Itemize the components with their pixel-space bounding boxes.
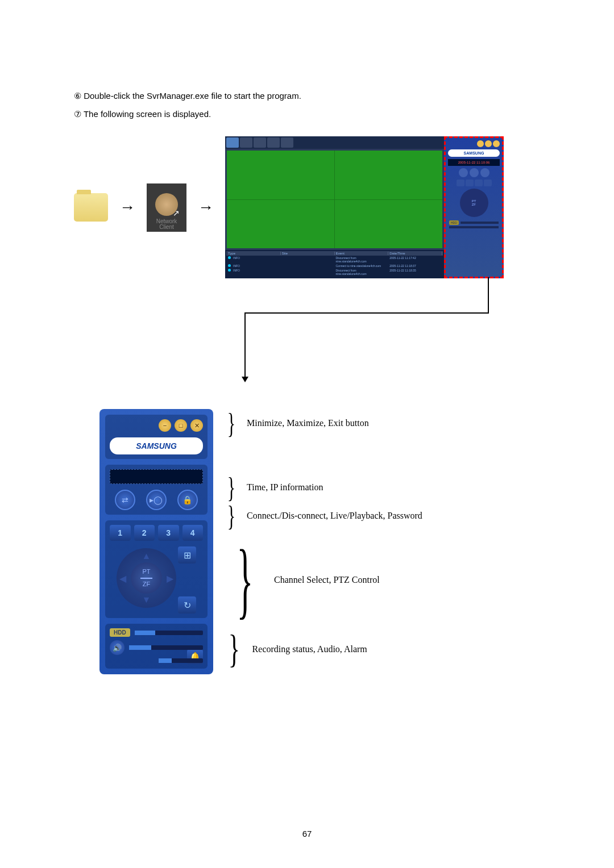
flow-connector: [244, 312, 489, 314]
minimize-icon[interactable]: [477, 140, 484, 147]
video-cell[interactable]: [335, 200, 442, 249]
annotation-channel-ptz: Channel Select, PTZ Control: [274, 575, 380, 585]
time-ip-display: [110, 469, 203, 484]
time-display: 2005-11-22 11:10:06: [448, 159, 500, 166]
status-area: HDD: [448, 219, 500, 229]
audio-icon[interactable]: 🔊: [110, 640, 125, 655]
channel-button[interactable]: [484, 180, 492, 186]
maximize-button[interactable]: □: [175, 419, 187, 432]
close-icon[interactable]: [493, 140, 500, 147]
app-sidebar-highlighted: SAMSUNG 2005-11-22 11:10:06 PTZF: [444, 136, 504, 278]
toolbar-button[interactable]: [226, 137, 239, 148]
brace-icon: }: [229, 627, 240, 672]
page-number: 67: [302, 829, 312, 838]
video-cell[interactable]: [335, 151, 442, 199]
sidebar-detail-panel: − □ ✕ SAMSUNG ⇄ ▸◯ 🔒 1 2: [99, 409, 213, 674]
channel-3-button[interactable]: 3: [158, 525, 179, 541]
ptz-wheel[interactable]: PTZF: [460, 189, 488, 217]
log-row: INFO Connect to nine.standalone4ch.com 2…: [226, 264, 443, 268]
app-toolbar: [225, 136, 444, 149]
folder-icon: [74, 193, 108, 222]
brace-icon: }: [237, 541, 254, 618]
password-button[interactable]: [480, 168, 489, 177]
instruction-step-7: ⑦ The following screen is displayed.: [74, 109, 540, 119]
event-log: Type Site Event Date/Time INFO Disconnec…: [225, 250, 444, 278]
refresh-button[interactable]: ↻: [178, 596, 196, 614]
connect-button[interactable]: [459, 168, 468, 177]
grid-view-button[interactable]: ⊞: [178, 546, 196, 564]
channel-2-button[interactable]: 2: [134, 525, 155, 541]
arrow-icon: →: [119, 198, 135, 216]
minimize-button[interactable]: −: [159, 419, 171, 432]
audio-status-bar: [129, 645, 203, 650]
channel-4-button[interactable]: 4: [182, 525, 204, 541]
hdd-status-bar: [135, 631, 203, 635]
live-playback-button[interactable]: ▸◯: [146, 490, 167, 510]
flow-connector: [488, 277, 489, 312]
connect-disconnect-button[interactable]: ⇄: [115, 490, 135, 510]
toolbar-button[interactable]: [267, 137, 280, 148]
app-screenshot: Type Site Event Date/Time INFO Disconnec…: [225, 136, 504, 278]
annotation-time-ip: Time, IP information: [247, 482, 323, 493]
status-section: HDD 🔊 🔔: [105, 624, 208, 669]
video-cell[interactable]: [227, 151, 334, 199]
samsung-logo: SAMSUNG: [448, 149, 500, 157]
maximize-icon[interactable]: [485, 140, 492, 147]
annotation-status: Recording status, Audio, Alarm: [252, 644, 367, 654]
ptz-control-wheel[interactable]: ▲ ▼ ◀ ▶ PT ▬▬▬ ZF: [117, 548, 176, 608]
channel-button[interactable]: [457, 180, 464, 186]
annotation-window-controls: Minimize, Maximize, Exit button: [247, 418, 369, 428]
brace-icon: }: [227, 407, 235, 440]
password-button[interactable]: 🔒: [177, 490, 198, 510]
annotation-connect: Connect./Dis-connect, Live/Playback, Pas…: [247, 511, 422, 521]
channel-1-button[interactable]: 1: [110, 525, 131, 541]
ptz-center: PT ▬▬▬ ZF: [131, 562, 162, 594]
video-grid: [227, 151, 442, 248]
log-row: INFO Disconnect from nine.standalone4ch.…: [226, 256, 443, 264]
video-cell[interactable]: [227, 200, 334, 249]
ptz-down-icon[interactable]: ▼: [142, 595, 151, 605]
toolbar-button[interactable]: [240, 137, 252, 148]
status-bar: [159, 658, 203, 663]
log-row: INFO Disconnect from nine.standalone4ch.…: [226, 268, 443, 276]
time-ip-section: ⇄ ▸◯ 🔒: [105, 465, 208, 515]
toolbar-button[interactable]: [281, 137, 293, 148]
ptz-up-icon[interactable]: ▲: [142, 551, 151, 561]
live-playback-button[interactable]: [470, 168, 479, 177]
flow-connector: [244, 312, 246, 378]
ptz-right-icon[interactable]: ▶: [167, 573, 173, 583]
samsung-logo: SAMSUNG: [110, 437, 203, 454]
exit-button[interactable]: ✕: [190, 419, 203, 432]
channel-button[interactable]: [475, 180, 483, 186]
channel-button[interactable]: [466, 180, 474, 186]
window-controls-section: − □ ✕ SAMSUNG: [105, 415, 208, 459]
arrow-icon: →: [198, 198, 214, 216]
ptz-left-icon[interactable]: ◀: [119, 573, 126, 583]
toolbar-button[interactable]: [254, 137, 266, 148]
hdd-label: HDD: [110, 628, 130, 637]
instruction-step-6: ⑥ Double-click the SvrManager.exe file t…: [74, 91, 540, 101]
channel-ptz-section: 1 2 3 4 ⊞ ▲ ▼ ◀ ▶ PT ▬▬▬ ZF: [105, 520, 208, 618]
network-client-icon: Network Client: [147, 183, 186, 232]
brace-icon: }: [227, 499, 235, 532]
launch-flow: → Network Client →: [74, 136, 540, 278]
